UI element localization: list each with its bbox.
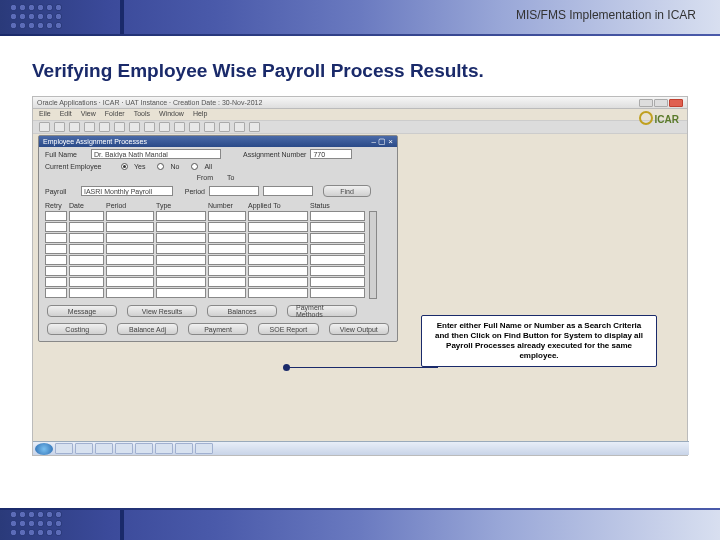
taskbar-item[interactable] (55, 443, 73, 454)
col-type: Type (156, 202, 206, 209)
toolbar-icon[interactable] (189, 122, 200, 132)
toolbar-icon[interactable] (84, 122, 95, 132)
menu-folder[interactable]: Folder (105, 110, 125, 119)
period-to-field[interactable] (263, 186, 313, 196)
toolbar-icon[interactable] (174, 122, 185, 132)
maximize-button[interactable] (654, 99, 668, 107)
payroll-field[interactable]: IASRI Monthly Payroll (81, 186, 173, 196)
full-name-field[interactable]: Dr. Baidya Nath Mandal (91, 149, 221, 159)
table-row[interactable] (45, 211, 365, 221)
toolbar-icon[interactable] (69, 122, 80, 132)
minimize-button[interactable] (639, 99, 653, 107)
close-button[interactable] (669, 99, 683, 107)
table-row[interactable] (45, 233, 365, 243)
balance-adj-button[interactable]: Balance Adj (117, 323, 177, 335)
window-controls (639, 99, 683, 107)
col-retry: Retry (45, 202, 67, 209)
soe-report-button[interactable]: SOE Report (258, 323, 318, 335)
table-row[interactable] (45, 288, 365, 298)
costing-button[interactable]: Costing (47, 323, 107, 335)
start-button[interactable] (35, 443, 53, 455)
col-status: Status (310, 202, 365, 209)
header-tick (120, 0, 124, 34)
toolbar-icon[interactable] (39, 122, 50, 132)
menu-tools[interactable]: Tools (134, 110, 150, 119)
toolbar-icon[interactable] (129, 122, 140, 132)
window-titlebar: Oracle Applications · ICAR · UAT Instanc… (33, 97, 687, 109)
callout-dot (283, 364, 290, 371)
form-minmax[interactable]: – ▢ × (371, 137, 393, 146)
assignment-label: Assignment Number (243, 151, 306, 158)
full-name-label: Full Name (45, 151, 87, 158)
toolbar-icon[interactable] (54, 122, 65, 132)
menu-help[interactable]: Help (193, 110, 207, 119)
menu-edit[interactable]: Edit (60, 110, 72, 119)
toolbar-icon[interactable] (219, 122, 230, 132)
radio-all-label: All (204, 163, 212, 170)
menu-window[interactable]: Window (159, 110, 184, 119)
from-label: From (45, 174, 213, 181)
menu-view[interactable]: View (81, 110, 96, 119)
col-date: Date (69, 202, 104, 209)
footer-tick (120, 510, 124, 540)
form-titlebar: Employee Assignment Processes – ▢ × (39, 136, 397, 147)
radio-all[interactable] (191, 163, 198, 170)
toolbar-icon[interactable] (144, 122, 155, 132)
payroll-label: Payroll (45, 188, 77, 195)
view-output-button[interactable]: View Output (329, 323, 389, 335)
taskbar-item[interactable] (175, 443, 193, 454)
toolbar (33, 120, 687, 134)
taskbar-item[interactable] (195, 443, 213, 454)
assignment-field[interactable]: 770 (310, 149, 352, 159)
toolbar-icon[interactable] (234, 122, 245, 132)
payment-button[interactable]: Payment (188, 323, 248, 335)
radio-yes-label: Yes (134, 163, 145, 170)
callout-connector (288, 367, 438, 368)
toolbar-icon[interactable] (204, 122, 215, 132)
results-table: Retry Date Period Type Number Applied To… (45, 202, 391, 299)
decorative-dots (10, 511, 62, 536)
slide-footer-band (0, 510, 720, 540)
employee-assignment-form: Employee Assignment Processes – ▢ × Full… (38, 135, 398, 342)
col-period: Period (106, 202, 154, 209)
header-title: MIS/FMS Implementation in ICAR (516, 8, 696, 22)
taskbar-item[interactable] (135, 443, 153, 454)
view-results-button[interactable]: View Results (127, 305, 197, 317)
scrollbar[interactable] (369, 211, 377, 299)
find-button[interactable]: Find (323, 185, 371, 197)
balances-button[interactable]: Balances (207, 305, 277, 317)
slide-header-band: MIS/FMS Implementation in ICAR (0, 0, 720, 34)
toolbar-icon[interactable] (159, 122, 170, 132)
col-number: Number (208, 202, 246, 209)
payment-methods-button[interactable]: Payment Methods (287, 305, 357, 317)
radio-yes[interactable] (121, 163, 128, 170)
page-title: Verifying Employee Wise Payroll Process … (0, 36, 720, 96)
taskbar-item[interactable] (155, 443, 173, 454)
taskbar-item[interactable] (75, 443, 93, 454)
table-row[interactable] (45, 266, 365, 276)
table-row[interactable] (45, 255, 365, 265)
window-title: Oracle Applications · ICAR · UAT Instanc… (37, 99, 262, 106)
taskbar-item[interactable] (115, 443, 133, 454)
current-employee-label: Current Employee (45, 163, 117, 170)
windows-taskbar (33, 441, 689, 455)
col-applied: Applied To (248, 202, 308, 209)
radio-no[interactable] (157, 163, 164, 170)
menu-bar: Eile Edit View Folder Tools Window Help (33, 109, 687, 120)
message-button[interactable]: Message (47, 305, 117, 317)
table-row[interactable] (45, 277, 365, 287)
oracle-app-window: Oracle Applications · ICAR · UAT Instanc… (32, 96, 688, 456)
table-row[interactable] (45, 222, 365, 232)
table-row[interactable] (45, 244, 365, 254)
toolbar-icon[interactable] (114, 122, 125, 132)
instruction-callout: Enter either Full Name or Number as a Se… (421, 315, 657, 367)
menu-file[interactable]: Eile (39, 110, 51, 119)
taskbar-item[interactable] (95, 443, 113, 454)
toolbar-icon[interactable] (249, 122, 260, 132)
brand-logo: ICAR (639, 111, 679, 125)
period-from-field[interactable] (209, 186, 259, 196)
to-label: To (227, 174, 287, 181)
toolbar-icon[interactable] (99, 122, 110, 132)
decorative-dots (10, 4, 62, 29)
radio-no-label: No (170, 163, 179, 170)
